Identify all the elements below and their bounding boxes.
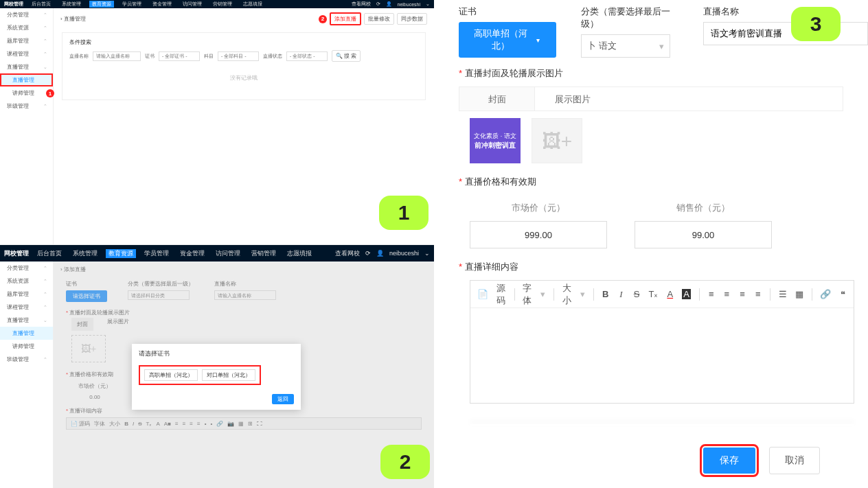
nav-tab[interactable]: 学员管理	[141, 249, 172, 258]
nav-tab[interactable]: 营销管理	[249, 249, 279, 258]
cert-dropdown-button[interactable]: 高职单招（河北） ▾	[459, 22, 556, 58]
user-name[interactable]: neibuceshi	[389, 250, 419, 257]
sidebar: 分类管理⌃ 系统资源⌃ 题库管理⌃ 课程管理⌃ 直播管理⌄ 直播管理 讲师管理 …	[0, 8, 54, 244]
sidebar-item-class[interactable]: 班级管理⌃	[0, 353, 53, 366]
sync-data-button[interactable]: 同步数据	[397, 13, 427, 25]
step-badge-1: 1	[379, 196, 429, 230]
sidebar-item-live-group[interactable]: 直播管理⌄	[0, 60, 53, 73]
cert-select[interactable]	[159, 51, 200, 61]
display-tab[interactable]: 展示图片	[535, 87, 610, 111]
rte-source-icon[interactable]: 📄	[477, 289, 488, 299]
rte-bold-icon[interactable]: B	[602, 289, 609, 299]
status-select[interactable]	[286, 51, 328, 61]
modal-back-button[interactable]: 返回	[272, 394, 294, 404]
sidebar-item-teacher[interactable]: 讲师管理	[0, 340, 53, 353]
modal-option-duikou[interactable]: 对口单招（河北）	[202, 369, 255, 381]
sidebar-item-course[interactable]: 课程管理⌃	[0, 301, 53, 314]
rte-clear-icon[interactable]: Tₓ	[648, 289, 658, 299]
rte-size-select[interactable]: 大小	[562, 282, 572, 307]
image-upload-placeholder[interactable]: 🖼+	[532, 118, 582, 163]
nav-tab[interactable]: 访问管理	[213, 249, 243, 258]
rte-color-icon[interactable]: A	[666, 289, 674, 299]
sidebar-item-category[interactable]: 分类管理⌃	[0, 8, 53, 21]
live-name-input[interactable]	[703, 22, 868, 45]
user-name[interactable]: neibuceshi	[398, 2, 420, 7]
modal-option-gaozhi[interactable]: 高职单招（河北）	[144, 369, 198, 381]
nav-tab[interactable]: 后台首页	[34, 249, 65, 258]
price-section-label: *直播价格和有效期	[459, 176, 868, 188]
rte-editor-area[interactable]	[470, 308, 854, 403]
rte-olist-icon[interactable]: ☰	[779, 289, 787, 299]
sidebar-item-live-manage[interactable]: 直播管理	[0, 327, 53, 340]
topbar: 网校管理 后台首页 系统管理 教育资源 学员管理 资金管理 访问管理 营销管理 …	[0, 0, 434, 8]
view-site-link[interactable]: 查看网校	[352, 1, 371, 8]
cancel-button[interactable]: 取消	[769, 447, 820, 474]
sidebar-item-teacher[interactable]: 讲师管理	[0, 86, 53, 100]
rte-align-left-icon[interactable]: ≡	[707, 289, 715, 299]
sidebar-item-category[interactable]: 分类管理⌃	[0, 262, 53, 275]
market-price-label: 市场价（元）	[470, 195, 607, 221]
nav-tab[interactable]: 后台首页	[29, 1, 54, 8]
chevron-down-icon[interactable]: ⌄	[426, 1, 430, 7]
refresh-icon[interactable]: ⟳	[376, 1, 380, 7]
category-select[interactable]: 卜 语文 ▾	[581, 34, 670, 58]
cert-modal: 请选择证书 高职单招（河北） 对口单招（河北） 返回	[132, 344, 301, 410]
callout-2: 2	[319, 15, 327, 23]
sale-price-label: 销售价（元）	[635, 195, 772, 221]
nav-tab[interactable]: 系统管理	[59, 1, 84, 8]
rte-align-center-icon[interactable]: ≡	[723, 289, 731, 299]
panel-2: 网校管理 后台首页 系统管理 教育资源 学员管理 资金管理 访问管理 营销管理 …	[0, 244, 434, 488]
rte-source-label[interactable]: 源码	[496, 282, 506, 307]
user-icon: 👤	[376, 250, 384, 257]
sidebar-item-question[interactable]: 题库管理⌃	[0, 288, 53, 301]
view-site-link[interactable]: 查看网校	[335, 249, 360, 258]
rte-italic-icon[interactable]: I	[617, 289, 625, 300]
nav-tab[interactable]: 资金管理	[150, 1, 174, 8]
cert-label: 证书	[145, 53, 155, 60]
nav-tab-active[interactable]: 教育资源	[106, 249, 136, 258]
logo: 网校管理	[4, 249, 29, 258]
sidebar-item-resource[interactable]: 系统资源⌃	[0, 21, 53, 34]
nav-tab[interactable]: 资金管理	[177, 249, 207, 258]
rte-font-select[interactable]: 字体	[523, 282, 532, 307]
nav-tab-active[interactable]: 教育资源	[89, 1, 114, 8]
rte-strike-icon[interactable]: S	[633, 289, 641, 299]
nav-tab[interactable]: 学员管理	[119, 1, 144, 8]
sale-price-input[interactable]: 99.00	[635, 221, 772, 248]
live-name-label: 直播名称	[703, 5, 868, 18]
status-label: 直播状态	[263, 53, 282, 60]
nav-tab[interactable]: 志愿填报	[284, 249, 315, 258]
rich-text-editor: 📄 源码 字体▾ 大小▾ B I S Tₓ A A ≡ ≡ ≡ ≡ ☰ ▦ 🔗 …	[470, 280, 854, 404]
nav-tab[interactable]: 系统管理	[70, 249, 100, 258]
sidebar-item-question[interactable]: 题库管理⌃	[0, 34, 53, 47]
cover-thumbnail[interactable]: 文化素质 · 语文 前冲刺密训直	[470, 118, 521, 163]
sidebar-item-resource[interactable]: 系统资源⌃	[0, 275, 53, 288]
rte-toolbar: 📄 源码 字体▾ 大小▾ B I S Tₓ A A ≡ ≡ ≡ ≡ ☰ ▦ 🔗 …	[470, 281, 854, 308]
name-input[interactable]	[93, 51, 141, 61]
add-live-button[interactable]: 添加直播	[330, 12, 361, 25]
rte-align-justify-icon[interactable]: ≡	[754, 289, 762, 299]
sidebar-item-class[interactable]: 班级管理⌃	[0, 100, 53, 113]
rte-align-right-icon[interactable]: ≡	[739, 289, 746, 299]
search-card: 条件搜索 直播名称 证书 科目 直播状态 🔍 搜 索 没有记录哦	[62, 32, 426, 100]
nav-tab[interactable]: 志愿填报	[240, 1, 265, 8]
sidebar-item-course[interactable]: 课程管理⌃	[0, 47, 53, 60]
sidebar-item-live-group[interactable]: 直播管理⌄	[0, 314, 53, 327]
sidebar-item-live-manage[interactable]: 直播管理	[0, 73, 53, 86]
rte-ulist-icon[interactable]: ▦	[795, 289, 803, 299]
market-price-input[interactable]: 999.00	[470, 221, 607, 248]
save-button[interactable]: 保存	[703, 448, 755, 474]
rte-quote-icon[interactable]: ❝	[839, 289, 847, 299]
rte-bg-icon[interactable]: A	[682, 289, 691, 299]
nav-tab[interactable]: 访问管理	[180, 1, 205, 8]
search-button[interactable]: 🔍 搜 索	[332, 50, 361, 62]
refresh-icon[interactable]: ⟳	[365, 250, 371, 257]
chevron-down-icon[interactable]: ⌄	[424, 250, 430, 257]
nav-tab[interactable]: 营销管理	[210, 1, 235, 8]
panel-1: 网校管理 后台首页 系统管理 教育资源 学员管理 资金管理 访问管理 营销管理 …	[0, 0, 434, 244]
rte-link-icon[interactable]: 🔗	[820, 289, 831, 299]
detail-section-label: *直播详细内容	[459, 261, 868, 273]
batch-edit-button[interactable]: 批量修改	[364, 13, 394, 25]
subject-select[interactable]	[218, 51, 259, 61]
cover-tab[interactable]: 封面	[459, 87, 535, 111]
